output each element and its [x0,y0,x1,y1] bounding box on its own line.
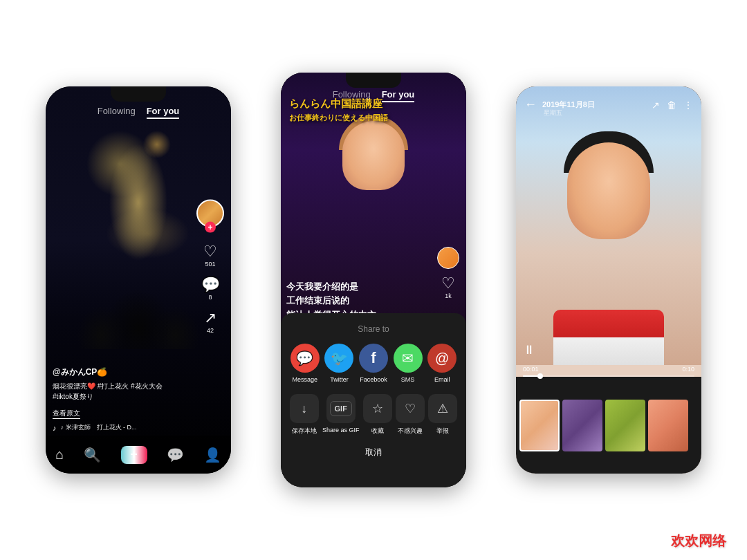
email-icon: @ [427,344,456,373]
jp-title-line2: お仕事終わりに使える中国語 [289,113,458,123]
phone3-screen: ← 2019年11月8日 ↗ 🗑 ⋮ 星期五 ⏸ 00:01 0:10 [516,86,701,474]
not-interested[interactable]: ♡ 不感兴趣 [396,394,425,436]
comment-count: 8 [208,294,212,301]
right-icons: + ♡ 501 💬 8 ↗ 42 [196,200,224,334]
phone2-screen: Following For you らんらん中国語講座 お仕事終わりに使える中国… [281,73,466,487]
progress-bar[interactable] [523,375,694,377]
follow-plus-icon[interactable]: + [205,222,216,233]
collect[interactable]: ☆ 收藏 [363,394,392,436]
thumbnail-strip [516,377,701,474]
collect-label: 收藏 [371,427,384,436]
video-controls: 00:01 0:10 [516,366,701,377]
share-email[interactable]: @ Email [427,344,456,383]
save-local[interactable]: ↓ 保存本地 [290,394,319,436]
comment-button[interactable]: 💬 8 [201,277,220,301]
share-twitter[interactable]: 🐦 Twitter [324,344,353,383]
phone1-header: Following For you [46,106,231,119]
share-sheet: Share to 💬 Message 🐦 Twitter f Facebo [281,313,466,487]
like-button[interactable]: ♡ 501 [203,244,217,268]
watermark: 欢欢网络 [671,532,726,550]
share-sms[interactable]: ✉ SMS [394,344,423,383]
current-time: 00:01 [523,366,539,373]
notch [111,86,166,102]
play-pause-button[interactable]: ⏸ [523,343,535,357]
share-fb-label: Facebook [360,376,387,383]
share-twitter-label: Twitter [330,376,349,383]
gif-icon: GIF [326,394,356,423]
share-row-2: ↓ 保存本地 GIF Share as GIF ☆ 收藏 [281,394,466,436]
thumbnail-1[interactable] [519,400,560,451]
cn-line2: 工作结束后说的 [286,294,461,308]
time-display: 00:01 0:10 [523,366,694,373]
share-icon3[interactable]: ↗ [652,100,660,111]
facebook-icon: f [359,344,388,373]
back-icon[interactable]: ← [524,97,537,112]
phone3-video [516,86,701,365]
save-local-label: 保存本地 [292,427,317,436]
music-title: ♪ 米津玄師 打上花火 - D... [61,423,137,432]
phone2: Following For you らんらん中国語講座 お仕事終わりに使える中国… [281,73,466,487]
share-as-gif[interactable]: GIF Share as GIF [322,394,360,436]
cancel-button[interactable]: 取消 [281,442,466,463]
page-container: Following For you + ♡ 501 💬 8 [0,0,747,560]
not-interested-label: 不感兴趣 [398,427,423,436]
video-description: 烟花很漂亮❤️ #打上花火 #花火大会#tiktok夏祭り [53,381,193,402]
share-email-label: Email [434,376,450,383]
phone3: ← 2019年11月8日 ↗ 🗑 ⋮ 星期五 ⏸ 00:01 0:10 [516,86,701,474]
heart-icon: ♡ [203,244,217,259]
share-facebook[interactable]: f Facebook [359,344,388,383]
for-you-tab[interactable]: For you [147,106,180,119]
girl2-body [553,310,664,365]
share-message[interactable]: 💬 Message [290,344,320,383]
total-time: 0:10 [682,366,694,373]
username: @みかんCP🍊 [53,366,193,378]
phone2-header: Following For you [281,89,466,102]
report-label: 举报 [436,427,449,436]
nav-search-icon[interactable]: 🔍 [84,447,101,463]
share-message-label: Message [293,376,318,383]
thumbnail-2[interactable] [562,400,602,451]
see-original-link[interactable]: 查看原文 [53,409,80,419]
like-count: 501 [205,261,215,268]
like-section: ♡ 1k [437,247,459,299]
message-icon: 💬 [290,344,320,373]
notch2 [346,73,401,88]
progress-handle[interactable] [537,373,543,379]
nav-profile-icon[interactable]: 👤 [204,447,221,463]
share-title: Share to [281,324,466,334]
header-icons: ↗ 🗑 ⋮ [652,100,693,111]
phone1: Following For you + ♡ 501 💬 8 [46,86,231,474]
gif-label: Share as GIF [322,427,360,433]
nav-add-button[interactable]: + [121,446,147,464]
report[interactable]: ⚠ 举报 [428,394,457,436]
girl-face [342,121,405,190]
girl2-face [567,142,650,239]
nav-home-icon[interactable]: ⌂ [55,447,64,463]
following-tab[interactable]: Following [98,106,136,119]
share-button[interactable]: ↗ 42 [204,310,216,334]
music-info: ♪ ♪ 米津玄師 打上花火 - D... [53,423,193,432]
following-tab2[interactable]: Following [333,89,371,102]
report-icon: ⚠ [428,394,457,423]
thumbnail-4[interactable] [648,400,688,451]
bottom-nav: ⌂ 🔍 + 💬 👤 [46,436,231,474]
share-count: 42 [207,327,214,334]
like-count2: 1k [445,292,452,299]
phone1-screen: Following For you + ♡ 501 💬 8 [46,86,231,474]
twitter-icon: 🐦 [324,344,353,373]
dislike-icon: ♡ [396,394,425,423]
more-icon[interactable]: ⋮ [683,100,693,111]
comment-icon: 💬 [201,277,220,292]
share-icon: ↗ [204,310,216,326]
delete-icon[interactable]: 🗑 [667,100,676,111]
for-you-tab2[interactable]: For you [382,89,415,102]
thumbnail-3[interactable] [605,400,645,451]
share-sms-label: SMS [401,376,415,383]
heart-icon2[interactable]: ♡ [441,274,455,292]
nav-message-icon[interactable]: 💬 [167,447,184,463]
cn-line1: 今天我要介绍的是 [286,280,461,295]
music-note-icon: ♪ [53,424,57,432]
download-icon: ↓ [290,394,319,423]
sub-date: 星期五 [544,109,562,118]
star-icon: ☆ [363,394,392,423]
